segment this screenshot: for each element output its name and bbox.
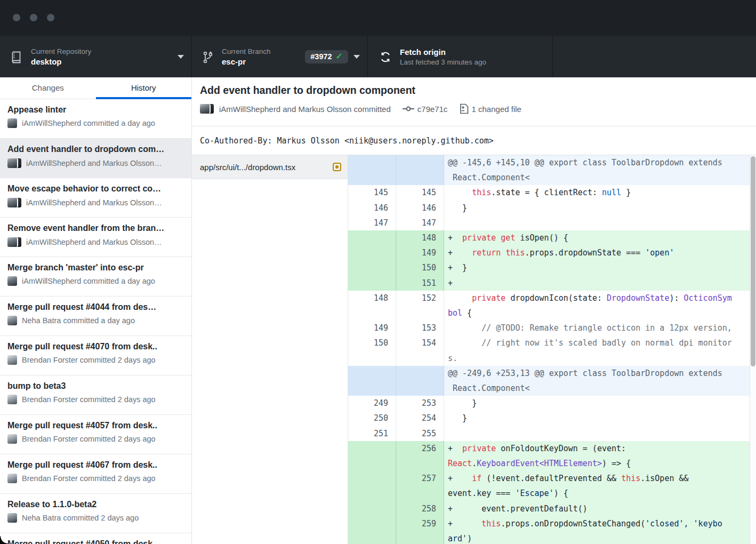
chevron-down-icon [353,55,360,59]
diff-line[interactable]: 149+ return this.props.dropdownState ===… [348,245,750,260]
diff-hunk-header: @@ -145,6 +145,10 @@ export class Toolba… [348,155,750,185]
old-line-number [348,155,396,185]
diff-code: + if (!event.defaultPrevented && this.is… [444,471,750,501]
diff-line: 147147 [348,215,750,230]
old-line-number: 148 [348,291,396,321]
old-line-number [348,441,396,471]
repository-switcher-button[interactable]: Current Repository desktop [0,36,192,77]
new-line-number: 150 [396,260,444,275]
old-line-number [348,230,396,245]
commit-list-item[interactable]: Merge pull request #4070 from desk..Bren… [0,336,191,375]
toolbar-spacer [553,36,756,77]
github-desktop-window: Current Repository desktop Current Branc… [0,0,756,544]
diff-code: } [444,201,750,215]
commit-list-title: Appease linter [7,105,184,115]
new-line-number: 145 [396,185,444,200]
commit-list-meta: Brendan Forster committed 2 days ago [7,395,184,404]
scrollbar-thumb[interactable] [751,156,755,366]
repository-switcher-text: Current Repository desktop [31,47,172,67]
diff-code: @@ -249,6 +253,13 @@ export class Toolba… [444,366,750,396]
diff-line: 249253 } [348,396,750,411]
file-path: app/src/ui/t.../dropdown.tsx [200,163,333,172]
repository-label: Current Repository [31,47,172,57]
diff-scrollbar[interactable] [750,155,756,544]
pr-number: #3972 [310,52,332,61]
diff-line[interactable]: 259+ this.props.onDropdownStateChanged('… [348,516,750,544]
diff-line[interactable]: 151+ [348,276,750,291]
pr-status-badge[interactable]: #3972 ✓ [305,50,348,63]
branch-name: esc-pr [222,57,301,67]
sidebar-tabbar: Changes History [0,77,192,99]
commit-list-item[interactable]: Release to 1.1.0-beta2Neha Batra committ… [0,494,191,533]
commit-list-title: Remove event handler from the bran… [7,223,184,233]
changed-file-icon [460,103,469,114]
commit-list-item[interactable]: Move escape behavior to correct co…iAmWi… [0,178,191,218]
diff-code: + private get isOpen() { [444,230,750,245]
diff-code: + [444,276,750,291]
diff-code: } [444,411,750,426]
diff-code: + this.props.onDropdownStateChanged('clo… [444,516,750,544]
old-line-number: 150 [348,335,396,365]
diff-code: + return this.props.dropdownState === 'o… [444,245,750,260]
commit-list-meta: Brendan Forster committed 2 days ago [7,474,184,483]
branch-switcher-button[interactable]: Current Branch esc-pr #3972 ✓ [192,36,368,77]
commit-list-item[interactable]: Merge pull request #4067 from desk..Bren… [0,454,191,494]
tab-history[interactable]: History [96,77,192,99]
new-line-number: 149 [396,245,444,260]
commit-list-meta: iAmWillShepherd and Markus Olsson… [7,237,184,247]
diff-line[interactable]: 150+ } [348,260,750,275]
diff-line[interactable]: 256+ private onFoldoutKeyDown = (event:R… [348,441,750,471]
commit-list-item[interactable]: Remove event handler from the bran…iAmWi… [0,218,191,257]
commit-list-item[interactable]: Merge pull request #4057 from desk..Bren… [0,415,191,454]
commit-list-meta: iAmWillShepherd and Markus Olsson… [7,158,184,169]
old-line-number [348,471,396,501]
diff-line: 150154 // right now it's scaled badly on… [348,335,750,365]
chevron-down-icon [178,55,184,59]
new-line-number: 151 [396,276,444,291]
minimize-window-button[interactable] [30,14,37,21]
new-line-number [396,366,444,396]
commit-list-title: Move escape behavior to correct co… [7,184,184,194]
avatar [7,197,21,208]
commit-list-item[interactable]: Merge pull request #4044 from des…Neha B… [0,297,191,336]
commit-list-title: Release to 1.1.0-beta2 [7,500,184,509]
old-line-number: 249 [348,396,396,411]
git-commit-icon [403,105,414,113]
avatar [200,104,211,114]
avatar [7,474,17,483]
commit-list-item[interactable]: Add event handler to dropdown com…iAmWil… [0,139,191,178]
commit-sha[interactable]: c79e71c [417,105,448,114]
diff-code: } [444,396,750,411]
new-line-number [396,155,444,185]
diff-line: 145145 this.state = { clientRect: null } [348,185,750,200]
changed-files-panel: app/src/ui/t.../dropdown.tsx [192,155,348,544]
diff-line[interactable]: 148+ private get isOpen() { [348,230,750,245]
zoom-window-button[interactable] [47,14,54,21]
commit-list-item[interactable]: Merge pull request #4050 from desk.. [0,533,191,544]
commit-list-meta: Neha Batra committed 2 days ago [7,513,184,523]
file-list-item[interactable]: app/src/ui/t.../dropdown.tsx [192,155,348,179]
commit-list-item[interactable]: bump to beta3Brendan Forster committed 2… [0,375,191,415]
commit-list-meta: Brendan Forster committed 2 days ago [7,434,184,444]
tab-changes[interactable]: Changes [0,77,96,99]
window-titlebar[interactable] [0,0,756,36]
avatar [7,276,17,286]
new-line-number: 146 [396,201,444,215]
commit-list-item[interactable]: Appease linteriAmWillShepherd committed … [0,99,191,139]
commit-list-item[interactable]: Merge branch 'master' into esc-priAmWill… [0,257,191,297]
close-window-button[interactable] [13,14,20,21]
new-line-number: 154 [396,335,444,365]
commit-description: Co-Authored-By: Markus Olsson <niik@user… [192,126,756,155]
new-line-number: 256 [396,441,444,471]
new-line-number: 254 [396,411,444,426]
new-line-number: 255 [396,426,444,441]
old-line-number: 146 [348,201,396,215]
commit-list-meta: iAmWillShepherd committed a day ago [7,118,184,128]
fetch-last-fetched: Last fetched 3 minutes ago [400,58,545,67]
old-line-number: 251 [348,426,396,441]
diff-line[interactable]: 257+ if (!event.defaultPrevented && this… [348,471,750,501]
diff-code: + event.preventDefault() [444,501,750,516]
diff-line[interactable]: 258+ event.preventDefault() [348,501,750,516]
fetch-origin-button[interactable]: Fetch origin Last fetched 3 minutes ago [368,36,553,77]
diff-line: 251255 [348,426,750,441]
